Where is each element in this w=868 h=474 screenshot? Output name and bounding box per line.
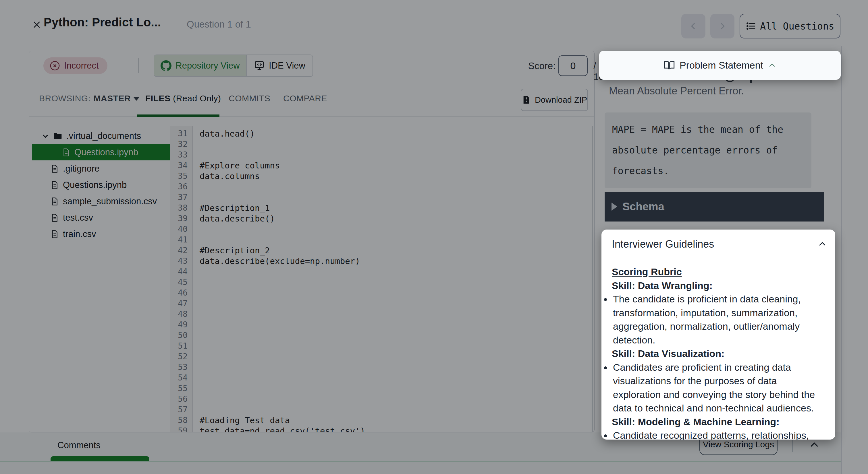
- book-open-icon: [663, 60, 675, 71]
- skill-heading: Skill: Data Visualization:: [612, 347, 827, 361]
- problem-statement-header[interactable]: Problem Statement: [599, 51, 841, 80]
- chevron-up-icon: [817, 239, 827, 249]
- scoring-rubric-heading: Scoring Rubric: [612, 265, 827, 279]
- skill-bullet: Candidate recognized patterns, relations…: [612, 429, 827, 440]
- chevron-up-icon: [768, 61, 776, 70]
- skill-heading: Skill: Data Wrangling:: [612, 279, 827, 293]
- guidelines-body: Scoring Rubric Skill: Data Wrangling: Th…: [612, 265, 827, 440]
- skill-bullet: Candidates are proficient in creating da…: [612, 361, 827, 415]
- problem-statement-label: Problem Statement: [680, 60, 763, 71]
- guidelines-title: Interviewer Guidelines: [612, 238, 714, 250]
- app-window: Python: Predict Lo... Question 1 of 1 Al…: [0, 0, 868, 474]
- interviewer-guidelines-panel: Interviewer Guidelines Scoring Rubric Sk…: [601, 230, 835, 440]
- guidelines-header[interactable]: Interviewer Guidelines: [612, 238, 827, 250]
- skill-heading: Skill: Modeling & Machine Learning:: [612, 415, 827, 429]
- skill-bullet: The candidate is proficient in data clea…: [612, 292, 827, 347]
